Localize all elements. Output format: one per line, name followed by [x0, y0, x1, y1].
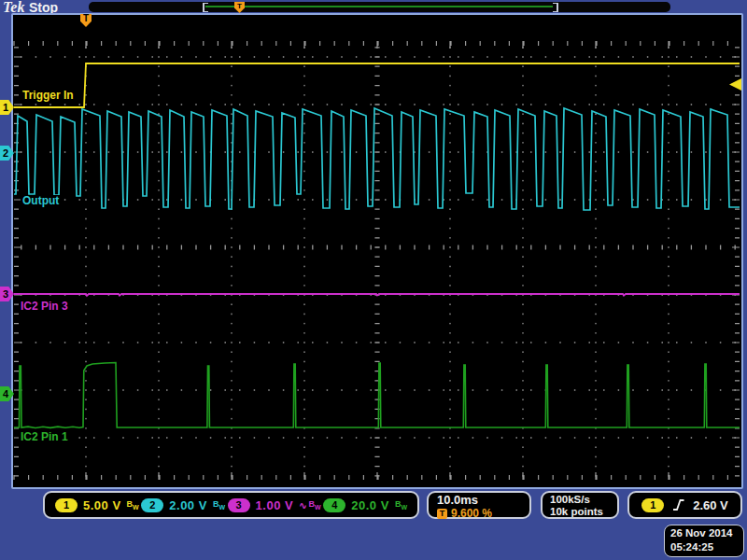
- ch4-badge: 4: [323, 498, 345, 512]
- horizontal-readout-box: 10.0ms T 9.600 %: [427, 491, 531, 519]
- sample-rate: 100kS/s: [550, 494, 617, 506]
- ch2-badge: 2: [141, 498, 163, 512]
- ch1-badge: 1: [55, 498, 78, 512]
- ch4-scale: 20.0 V: [351, 498, 389, 512]
- ac-coupling-icon: ∿: [299, 500, 306, 511]
- bandwidth-limit-icon: BW: [309, 499, 321, 511]
- ch3-readout: 3 1.00 V ∿ BW: [228, 498, 321, 512]
- trigger-readout-box: 1 2.60 V: [627, 491, 742, 519]
- trigger-level-value: 2.60 V: [693, 498, 728, 512]
- ch1-readout: 1 5.00 V BW: [55, 498, 139, 512]
- ch1-scale: 5.00 V: [83, 498, 121, 512]
- oscilloscope-screen: Tek Stop T T 1 2 3 4 Trigger In Output I…: [0, 0, 747, 560]
- channel3-trace-label: IC2 Pin 3: [19, 301, 70, 313]
- ch2-scale: 2.00 V: [169, 498, 207, 512]
- channel2-trace-label: Output: [21, 195, 61, 207]
- datetime-box: 26 Nov 2014 05:24:25: [664, 525, 744, 557]
- trigger-source-badge: 1: [641, 498, 664, 512]
- date-value: 26 Nov 2014: [670, 526, 743, 540]
- bandwidth-limit-icon: BW: [395, 499, 407, 511]
- ch4-readout: 4 20.0 V BW: [323, 498, 407, 512]
- bandwidth-limit-icon: BW: [213, 499, 225, 511]
- ch2-readout: 2 2.00 V BW: [141, 498, 225, 512]
- channel4-trace-label: IC2 Pin 1: [19, 431, 70, 443]
- ch3-scale: 1.00 V: [256, 498, 294, 512]
- trigger-position-icon: T: [437, 509, 447, 519]
- channel1-trace-label: Trigger In: [21, 90, 76, 102]
- rising-edge-icon: [672, 497, 684, 512]
- bandwidth-limit-icon: BW: [127, 499, 139, 511]
- record-length: 10k points: [550, 506, 617, 518]
- time-value: 05:24:25: [670, 540, 743, 554]
- channel-readout-bar: 1 5.00 V BW 2 2.00 V BW 3 1.00 V ∿ BW 4 …: [43, 491, 419, 519]
- time-per-division: 10.0ms: [437, 494, 529, 506]
- trigger-position-percent: 9.600 %: [451, 507, 492, 520]
- ch3-badge: 3: [228, 498, 250, 512]
- acquisition-readout-box: 100kS/s 10k points: [541, 491, 619, 519]
- waveform-display: [0, 0, 747, 560]
